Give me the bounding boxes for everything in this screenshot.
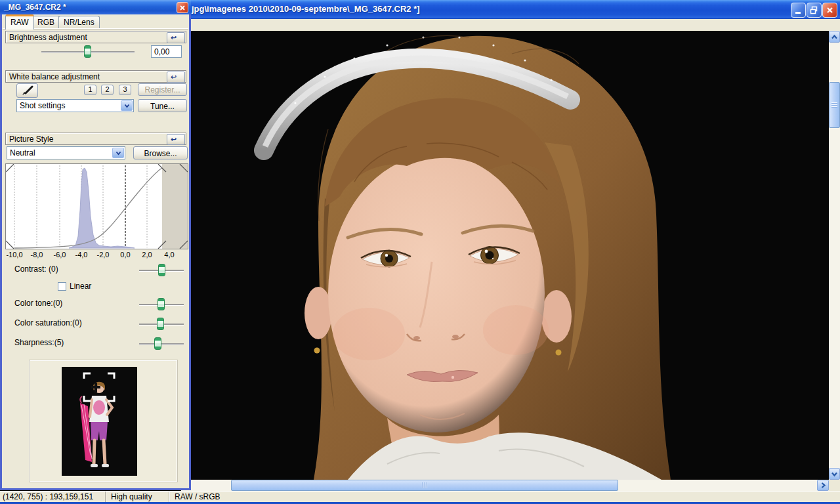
- chevron-up-icon: [831, 34, 838, 40]
- main-window-title: jpg\imagenes 2010\2010-09-septembre\_MG_…: [192, 4, 420, 14]
- picture-style-select[interactable]: Neutral: [7, 146, 125, 159]
- close-icon: [826, 6, 834, 14]
- brightness-reset-button[interactable]: ↩: [167, 32, 185, 43]
- thumb-grip: [422, 482, 427, 488]
- scroll-down-button[interactable]: [829, 468, 840, 480]
- scrollbar-corner: [829, 480, 840, 491]
- chevron-down-icon: [831, 471, 838, 477]
- picture-style-section-header: Picture Style ↩: [5, 133, 186, 145]
- histogram-tick: -4,0: [70, 251, 93, 259]
- brightness-slider-thumb[interactable]: [84, 45, 91, 58]
- dropdown-arrow[interactable]: [121, 100, 133, 111]
- tab-rgb[interactable]: RGB: [32, 16, 60, 28]
- chevron-down-icon: [124, 104, 130, 108]
- minimize-button[interactable]: [791, 3, 806, 18]
- picture-style-browse-button[interactable]: Browse...: [133, 146, 188, 159]
- palette-content: RAW RGB NR/Lens Brightness adjustment ↩ …: [2, 14, 189, 488]
- eyedropper-button[interactable]: [16, 83, 38, 98]
- scroll-up-button[interactable]: [829, 31, 840, 43]
- reset-icon: ↩: [171, 136, 177, 143]
- histogram-tick: 4,0: [158, 251, 180, 259]
- color-saturation-label: Color saturation:(0): [14, 318, 82, 327]
- tool-palette: _MG_3647.CR2 * RAW RGB NR/Lens Brightnes…: [0, 0, 191, 490]
- color-saturation-slider[interactable]: [139, 324, 184, 325]
- histogram-tick: -2,0: [92, 251, 114, 259]
- horizontal-scrollbar[interactable]: [181, 480, 829, 491]
- status-quality: High quality: [106, 492, 169, 503]
- contrast-slider-thumb[interactable]: [158, 264, 165, 276]
- linear-checkbox[interactable]: [58, 282, 66, 291]
- chevron-right-icon: [820, 482, 826, 489]
- portrait-photo: [190, 31, 829, 480]
- white-balance-reset-button[interactable]: ↩: [167, 72, 185, 83]
- picture-style-selected-value: Neutral: [10, 148, 35, 158]
- histogram-tick: -6,0: [49, 251, 71, 259]
- wb-preset-3-button[interactable]: 3: [119, 85, 131, 95]
- thumbnail-navigator[interactable]: [62, 367, 137, 476]
- picture-style-reset-button[interactable]: ↩: [167, 134, 185, 145]
- histogram-tick: 0,0: [114, 251, 136, 259]
- white-balance-section-header: White balance adjustment ↩: [5, 70, 186, 83]
- status-bar: (1420, 755) : 193,159,151 High quality R…: [0, 491, 840, 503]
- white-balance-selected-value: Shot settings: [20, 101, 65, 110]
- close-icon: [179, 5, 186, 11]
- palette-titlebar[interactable]: _MG_3647.CR2 *: [0, 0, 191, 14]
- wb-tune-button[interactable]: Tune...: [138, 99, 187, 112]
- contrast-slider[interactable]: [139, 270, 184, 271]
- picture-style-header-label: Picture Style: [9, 135, 53, 144]
- chevron-down-icon: [116, 151, 121, 156]
- histogram-tick: 2,0: [136, 251, 158, 259]
- brightness-value-input[interactable]: [151, 45, 182, 58]
- color-tone-slider-thumb[interactable]: [158, 298, 165, 310]
- white-balance-select[interactable]: Shot settings: [16, 99, 134, 112]
- tab-raw[interactable]: RAW: [5, 14, 34, 30]
- palette-title: _MG_3647.CR2 *: [4, 3, 66, 12]
- minimize-icon: [794, 6, 803, 14]
- color-tone-label: Color tone:(0): [14, 299, 62, 308]
- sharpness-slider[interactable]: [139, 343, 184, 345]
- restore-button[interactable]: [807, 3, 822, 18]
- wb-preset-1-button[interactable]: 1: [84, 85, 96, 95]
- histogram-plot: [6, 164, 188, 249]
- linear-label: Linear: [70, 282, 91, 291]
- dropdown-arrow[interactable]: [112, 148, 124, 158]
- contrast-label: Contrast: (0): [14, 264, 58, 274]
- brightness-slider[interactable]: [41, 51, 135, 52]
- wb-register-button[interactable]: Register...: [138, 83, 187, 96]
- histogram-tick: -10,0: [3, 251, 26, 259]
- color-saturation-slider-thumb[interactable]: [157, 318, 164, 330]
- tab-nr-lens[interactable]: NR/Lens: [58, 16, 100, 28]
- thumbnail-panel: [30, 360, 177, 482]
- palette-close-button[interactable]: [177, 2, 188, 13]
- eyedropper-icon: [20, 85, 35, 96]
- histogram-tone-curve[interactable]: [5, 163, 188, 249]
- horizontal-scroll-thumb[interactable]: [231, 480, 618, 491]
- wb-preset-2-button[interactable]: 2: [101, 85, 114, 95]
- thumb-grip: [831, 102, 837, 108]
- status-colorspace: RAW / sRGB: [169, 492, 249, 503]
- brightness-header-label: Brightness adjustment: [9, 33, 87, 42]
- sharpness-slider-thumb[interactable]: [154, 337, 161, 350]
- color-tone-slider[interactable]: [139, 304, 184, 305]
- status-cursor-rgb: (1420, 755) : 193,159,151: [0, 492, 106, 503]
- white-balance-header-label: White balance adjustment: [9, 72, 100, 81]
- brightness-section-header: Brightness adjustment ↩: [5, 31, 186, 43]
- vertical-scrollbar[interactable]: [829, 31, 840, 480]
- scroll-right-button[interactable]: [817, 480, 829, 491]
- reset-icon: ↩: [171, 34, 177, 41]
- close-button[interactable]: [822, 3, 837, 18]
- sharpness-label: Sharpness:(5): [14, 338, 64, 347]
- reset-icon: ↩: [171, 74, 177, 81]
- restore-icon: [810, 6, 818, 14]
- histogram-tick: -8,0: [26, 251, 48, 259]
- vertical-scroll-thumb[interactable]: [829, 82, 840, 128]
